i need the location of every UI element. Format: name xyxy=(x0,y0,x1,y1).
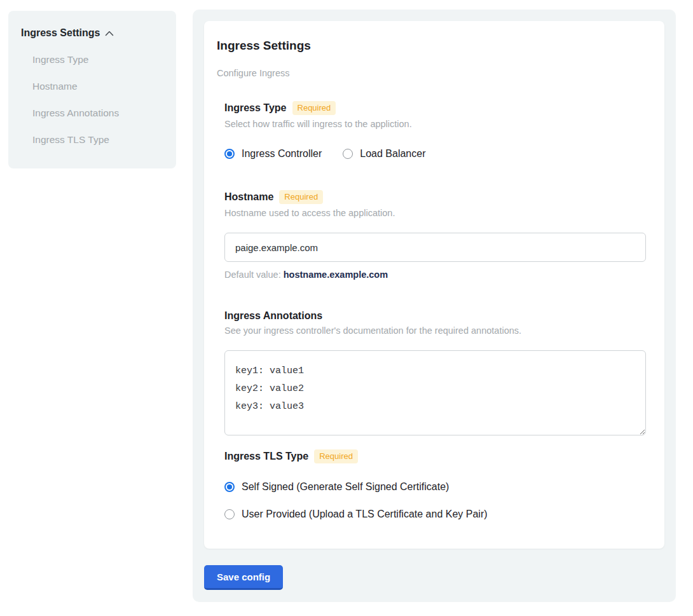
section-hostname: Hostname Required Hostname used to acces… xyxy=(224,190,646,280)
radio-user-provided[interactable] xyxy=(224,509,235,519)
settings-panel: Ingress Settings Configure Ingress Ingre… xyxy=(193,10,676,602)
radio-label: Ingress Controller xyxy=(242,148,322,160)
settings-sidebar: Ingress Settings Ingress Type Hostname I… xyxy=(8,11,176,168)
save-config-button[interactable]: Save config xyxy=(204,565,283,590)
section-ingress-type: Ingress Type Required Select how traffic… xyxy=(224,101,646,160)
radio-label: User Provided (Upload a TLS Certificate … xyxy=(242,509,488,520)
annotations-description: See your ingress controller's documentat… xyxy=(224,325,646,336)
ingress-type-label: Ingress Type xyxy=(224,102,287,114)
radio-self-signed[interactable] xyxy=(224,482,235,492)
annotations-textarea[interactable]: key1: value1 key2: value2 key3: value3 xyxy=(224,350,646,435)
sidebar-nav-list: Ingress Type Hostname Ingress Annotation… xyxy=(21,54,176,146)
sidebar-section-toggle[interactable]: Ingress Settings xyxy=(21,27,176,39)
chevron-up-icon xyxy=(105,31,114,36)
sidebar-item-ingress-tls-type[interactable]: Ingress TLS Type xyxy=(32,134,176,146)
sidebar-item-ingress-annotations[interactable]: Ingress Annotations xyxy=(32,107,176,119)
radio-option-load-balancer[interactable]: Load Balancer xyxy=(343,148,425,160)
hostname-default-line: Default value: hostname.example.com xyxy=(224,270,646,280)
radio-ingress-controller[interactable] xyxy=(224,149,235,159)
tls-type-label: Ingress TLS Type xyxy=(224,451,308,462)
ingress-settings-card: Ingress Settings Configure Ingress Ingre… xyxy=(204,21,664,549)
radio-load-balancer[interactable] xyxy=(343,149,353,159)
page-subtitle: Configure Ingress xyxy=(217,68,646,78)
form-sections: Ingress Type Required Select how traffic… xyxy=(224,101,646,520)
default-value: hostname.example.com xyxy=(284,270,388,280)
radio-option-ingress-controller[interactable]: Ingress Controller xyxy=(224,148,322,160)
radio-option-self-signed[interactable]: Self Signed (Generate Self Signed Certif… xyxy=(224,481,646,493)
hostname-input[interactable] xyxy=(224,233,646,262)
sidebar-item-hostname[interactable]: Hostname xyxy=(32,81,176,92)
sidebar-section-title: Ingress Settings xyxy=(21,27,100,39)
hostname-description: Hostname used to access the application. xyxy=(224,208,646,218)
radio-option-user-provided[interactable]: User Provided (Upload a TLS Certificate … xyxy=(224,509,646,520)
page-title: Ingress Settings xyxy=(217,39,646,53)
ingress-type-description: Select how traffic will ingress to the a… xyxy=(224,119,646,129)
section-ingress-tls-type: Ingress TLS Type Required Self Signed (G… xyxy=(224,449,646,520)
required-badge: Required xyxy=(314,449,358,463)
sidebar-item-ingress-type[interactable]: Ingress Type xyxy=(32,54,176,65)
required-badge: Required xyxy=(279,190,323,204)
radio-label: Load Balancer xyxy=(360,148,425,160)
annotations-label: Ingress Annotations xyxy=(224,310,322,322)
radio-label: Self Signed (Generate Self Signed Certif… xyxy=(242,481,449,493)
hostname-label: Hostname xyxy=(224,191,273,203)
section-ingress-annotations: Ingress Annotations See your ingress con… xyxy=(224,310,646,435)
required-badge: Required xyxy=(292,101,336,115)
default-value-label: Default value: xyxy=(224,270,284,280)
